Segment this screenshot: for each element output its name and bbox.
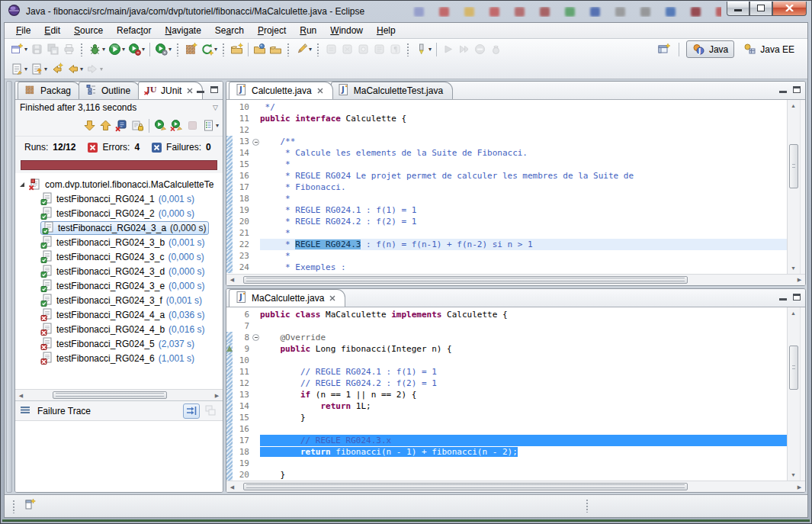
test-row[interactable]: testFibonacci_RG024_1(0,001 s) — [15, 191, 223, 206]
maximize-button[interactable] — [749, 2, 772, 16]
code-line[interactable]: 18 * — [226, 193, 787, 204]
code-line[interactable]: 15 * — [226, 159, 787, 170]
collapse-icon[interactable] — [252, 334, 259, 341]
close-tab-icon[interactable] — [329, 293, 335, 304]
code-text[interactable]: * — [260, 193, 787, 204]
code-line[interactable]: 8 @Override — [226, 332, 787, 343]
code-area[interactable]: 6public class MaCalculette implements Ca… — [226, 307, 787, 481]
test-suite-row[interactable]: com.dvp.tutoriel.fibonacci.MaCalculetteT… — [15, 177, 223, 191]
menu-item-navigate[interactable]: Navigate — [158, 24, 207, 37]
open-perspective-button[interactable] — [656, 40, 672, 58]
editor-maximize-icon[interactable] — [793, 86, 801, 93]
code-line[interactable]: 19 * REGLE RG024.1 : f(1) = 1 — [226, 204, 787, 216]
editor-tab-macalculette-java[interactable]: JMaCalculette.java — [229, 289, 345, 307]
code-line[interactable]: 21 * — [226, 227, 787, 239]
menu-item-search[interactable]: Search — [208, 24, 251, 37]
menu-item-edit[interactable]: Edit — [37, 24, 67, 37]
code-text[interactable]: @Override — [260, 332, 787, 343]
code-line[interactable]: 14 * Calcule les elements de la Suite de… — [226, 147, 787, 159]
open-task-button[interactable] — [229, 40, 245, 58]
dropdown-arrow-icon[interactable]: ▾ — [168, 46, 172, 53]
mark-occurrences-button[interactable]: ▾ — [413, 40, 433, 58]
tree-horizontal-scrollbar[interactable]: ◀▶ — [15, 389, 223, 400]
new-wizard-button[interactable]: ▾ — [9, 40, 29, 58]
code-text[interactable]: * — [260, 250, 787, 262]
view-tab-junit[interactable]: JUJUnit — [138, 82, 203, 99]
view-maximize-icon[interactable] — [210, 86, 218, 93]
push-change-button[interactable]: ▾ — [29, 60, 49, 78]
editor-maximize-icon[interactable] — [793, 294, 801, 301]
test-row[interactable]: testFibonacci_RG024_3_c(0,000 s) — [15, 249, 223, 264]
code-text[interactable]: return 1L; — [260, 400, 787, 412]
dropdown-arrow-icon[interactable]: ▾ — [216, 122, 219, 129]
code-line[interactable]: 12 // REGLE RG024.2 : f(2) = 1 — [226, 378, 787, 389]
test-row[interactable]: testFibonacci_RG024_4_b(0,016 s) — [15, 322, 223, 336]
code-text[interactable]: * REGLE RG024.2 : f(2) = 1 — [260, 216, 787, 227]
rerun-failed-button[interactable] — [168, 117, 185, 134]
view-tab-outline[interactable]: Outline — [79, 82, 140, 99]
code-text[interactable]: if (n == 1 || n == 2) { — [260, 389, 787, 400]
dropdown-arrow-icon[interactable]: ▾ — [80, 66, 83, 72]
collapse-icon[interactable] — [252, 139, 259, 146]
editor-tab-macalculettetest-java[interactable]: JMaCalculetteTest.java — [331, 82, 453, 99]
menu-item-refactor[interactable]: Refactor — [110, 24, 158, 37]
code-text[interactable]: public Long fibonacci(Integer n) { — [260, 343, 787, 355]
code-line[interactable]: 11 // REGLE RG024.1 : f(1) = 1 — [226, 366, 787, 378]
failures-only-button[interactable] — [114, 117, 130, 134]
code-line[interactable]: 6public class MaCalculette implements Ca… — [226, 309, 787, 320]
minimize-button[interactable] — [727, 2, 749, 16]
test-row[interactable]: testFibonacci_RG024_3_b(0,001 s) — [15, 235, 223, 249]
code-line[interactable]: 10 */ — [226, 101, 787, 113]
tree-expander-icon[interactable] — [20, 182, 24, 187]
code-text[interactable] — [260, 124, 787, 136]
back-button[interactable]: ▾ — [65, 60, 85, 78]
code-line[interactable]: 20 * REGLE RG024.2 : f(2) = 1 — [226, 216, 787, 227]
horizontal-scrollbar[interactable]: ◀▶ — [226, 481, 805, 492]
test-row[interactable]: testFibonacci_RG024_2(0,000 s) — [15, 206, 223, 220]
close-tab-icon[interactable] — [187, 85, 193, 96]
code-text[interactable]: * — [260, 159, 787, 170]
code-text[interactable]: } — [260, 412, 787, 423]
dropdown-arrow-icon[interactable]: ▾ — [100, 66, 103, 72]
dropdown-arrow-icon[interactable]: ▾ — [122, 46, 125, 53]
new-java-element-button[interactable]: ▾ — [9, 60, 29, 78]
code-line[interactable]: 10 — [226, 355, 787, 366]
coverage-button[interactable]: ▾ — [127, 40, 146, 58]
code-line[interactable]: 19 — [226, 458, 787, 469]
vertical-scrollbar[interactable]: ▲▼ — [787, 100, 800, 274]
debug-button[interactable]: ▾ — [87, 40, 107, 58]
code-text[interactable]: * REGLE RG024 Le projet permet de calcul… — [260, 170, 787, 182]
test-row[interactable]: testFibonacci_RG024_4_a(0,036 s) — [15, 307, 223, 322]
last-edit-location-button[interactable] — [49, 60, 65, 78]
fast-view-icon[interactable] — [24, 498, 37, 514]
view-tab-packag[interactable]: Packag — [18, 82, 81, 99]
code-line[interactable]: 17 // REGLE RG024.3.x — [226, 435, 787, 446]
view-menu-icon[interactable]: ▽ — [213, 104, 218, 111]
code-text[interactable]: return fibonacci(n - 1) + fibonacci(n - … — [260, 446, 787, 458]
new-junit-test-button[interactable] — [183, 40, 199, 58]
next-failure-button[interactable] — [82, 117, 98, 134]
test-row[interactable]: testFibonacci_RG024_5(2,037 s) — [15, 336, 223, 351]
close-tab-icon[interactable] — [317, 85, 323, 96]
code-text[interactable]: // REGLE RG024.2 : f(2) = 1 — [260, 378, 787, 389]
code-line[interactable]: 24 * Exemples : — [226, 262, 787, 273]
code-text[interactable]: * — [260, 227, 787, 239]
menu-item-source[interactable]: Source — [67, 24, 110, 37]
dropdown-arrow-icon[interactable]: ▾ — [309, 46, 312, 53]
menu-item-window[interactable]: Window — [323, 24, 370, 37]
code-line[interactable]: 16 * REGLE RG024 Le projet permet de cal… — [226, 170, 787, 182]
code-text[interactable]: } — [260, 469, 787, 481]
code-text[interactable]: * Fibonacci. — [260, 182, 787, 193]
test-row[interactable]: testFibonacci_RG024_3_e(0,000 s) — [15, 278, 223, 293]
code-text[interactable]: * Calcule les elements de la Suite de Fi… — [260, 147, 787, 159]
compare-result-button[interactable] — [202, 403, 219, 419]
code-text[interactable]: public interface Calculette { — [260, 113, 787, 124]
code-text[interactable]: // REGLE RG024.3.x — [260, 435, 787, 446]
code-line[interactable]: 12 — [226, 124, 787, 136]
menu-item-file[interactable]: File — [9, 24, 37, 37]
dropdown-arrow-icon[interactable]: ▾ — [142, 46, 145, 53]
previous-failure-button[interactable] — [98, 117, 114, 134]
refresh-generate-button[interactable]: ▾ — [199, 40, 219, 58]
horizontal-scrollbar[interactable]: ◀▶ — [226, 274, 805, 285]
code-text[interactable] — [260, 320, 787, 332]
